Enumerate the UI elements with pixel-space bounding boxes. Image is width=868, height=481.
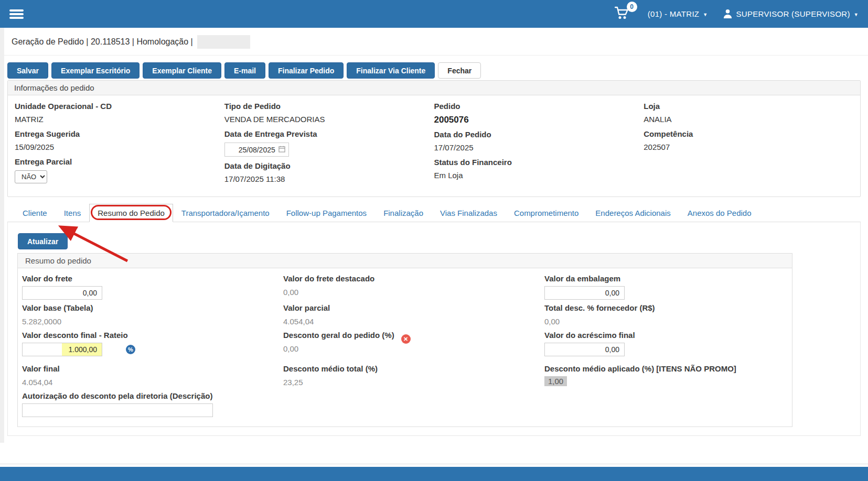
exemplar-escritorio-button[interactable]: Exemplar Escritório [51, 62, 140, 79]
bottom-blue-bar [0, 467, 868, 481]
embalagem-input[interactable] [544, 286, 625, 300]
entrega-parcial-label: Entrega Parcial [15, 157, 224, 166]
order-info-col-2: Tipo de Pedido VENDA DE MERCADORIAS Data… [224, 102, 434, 189]
finalizar-pedido-button[interactable]: Finalizar Pedido [269, 62, 344, 79]
chevron-down-icon: ▼ [703, 12, 708, 17]
percent-icon[interactable]: % [126, 345, 135, 354]
atualizar-button[interactable]: Atualizar [18, 233, 68, 249]
data-pedido-value: 17/07/2025 [434, 143, 644, 152]
redacted-client-name [197, 35, 250, 49]
desconto-medio-total-label: Desconto médio total (%) [283, 364, 544, 373]
order-tabs: Cliente Itens Resumo do Pedido Transport… [7, 204, 861, 222]
desconto-medio-aplicado-label: Desconto médio aplicado (%) [ITENS NÃO P… [544, 364, 788, 373]
tab-enderecos-adicionais[interactable]: Endereços Adicionais [587, 204, 679, 222]
valor-parcial-label: Valor parcial [283, 303, 544, 312]
desconto-medio-total-value: 23,25 [283, 376, 544, 387]
tab-cliente[interactable]: Cliente [14, 204, 56, 222]
resumo-panel-title: Resumo do pedido [18, 254, 792, 268]
tab-content-resumo: Atualizar Resumo do pedido Valor do fret… [7, 222, 861, 436]
left-edge-strip [0, 28, 4, 443]
topbar: 0 (01) - MATRIZ ▼ SUPERVISOR (SUPERVISOR… [0, 0, 868, 28]
loja-label: Loja [644, 102, 853, 111]
resumo-panel: Resumo do pedido Valor do frete Valor do… [17, 253, 792, 427]
valor-base-value: 5.282,0000 [22, 315, 283, 326]
competencia-value: 202507 [644, 143, 853, 151]
tab-anexos-do-pedido[interactable]: Anexos do Pedido [679, 204, 760, 222]
entrega-prevista-input[interactable]: 25/08/2025 [224, 143, 289, 157]
entrega-prevista-label: Data de Entrega Prevista [224, 129, 434, 138]
tab-comprometimento[interactable]: Comprometimento [506, 204, 587, 222]
tab-finalizacao[interactable]: Finalização [375, 204, 432, 222]
total-desc-fornecedor-value: 0,00 [544, 315, 788, 326]
loja-value: ANALIA [644, 115, 853, 124]
acrescimo-label: Valor do acréscimo final [544, 331, 788, 340]
desconto-rateio-label: Valor desconto final - Rateio [22, 331, 283, 340]
embalagem-label: Valor da embalagem [544, 274, 788, 283]
frete-destacado-label: Valor do frete destacado [283, 274, 544, 283]
status-financeiro-value: Em Loja [434, 171, 644, 180]
digitacao-value: 17/07/2025 11:38 [224, 174, 434, 183]
user-menu[interactable]: SUPERVISOR (SUPERVISOR) ▼ [723, 8, 859, 20]
tab-transportadora-icamento[interactable]: Transportadora/Içamento [173, 204, 278, 222]
data-pedido-label: Data do Pedido [434, 130, 644, 139]
valor-final-value: 4.054,04 [22, 376, 283, 387]
tab-resumo-label: Resumo do Pedido [98, 209, 165, 217]
order-info-col-4: Loja ANALIA Competência 202507 [644, 102, 853, 189]
tab-vias-finalizadas[interactable]: Vias Finalizadas [432, 204, 506, 222]
order-info-col-1: Unidade Operacional - CD MATRIZ Entrega … [15, 102, 224, 189]
cart-button[interactable]: 0 [614, 6, 633, 22]
cart-icon [614, 13, 630, 21]
tipo-pedido-value: VENDA DE MERCADORIAS [224, 115, 434, 124]
unidade-label: Unidade Operacional - CD [15, 102, 224, 111]
desconto-geral-label: Desconto geral do pedido (%) [283, 331, 394, 340]
pedido-value: 2005076 [434, 115, 644, 125]
digitacao-label: Data de Digitação [224, 161, 434, 170]
chevron-down-icon: ▼ [854, 12, 859, 17]
tipo-pedido-label: Tipo de Pedido [224, 102, 434, 111]
valor-base-label: Valor base (Tabela) [22, 303, 283, 312]
breadcrumb: Geração de Pedido | 20.118513 | Homologa… [0, 28, 868, 56]
valor-parcial-value: 4.054,04 [283, 315, 544, 326]
entrega-sugerida-value: 15/09/2025 [15, 143, 224, 151]
email-button[interactable]: E-mail [224, 62, 265, 79]
valor-frete-input[interactable] [22, 286, 102, 300]
valor-frete-label: Valor do frete [22, 274, 283, 283]
acrescimo-input[interactable] [544, 343, 625, 356]
action-toolbar: Salvar Exemplar Escritório Exemplar Clie… [7, 62, 861, 79]
salvar-button[interactable]: Salvar [7, 62, 48, 79]
status-financeiro-label: Status do Financeiro [434, 158, 644, 167]
competencia-label: Competência [644, 129, 853, 138]
entrega-prevista-value: 25/08/2025 [239, 146, 275, 154]
frete-destacado-value: 0,00 [283, 286, 544, 297]
desconto-geral-value: 0,00 [283, 343, 544, 353]
user-icon [723, 8, 733, 20]
valor-final-label: Valor final [22, 364, 283, 373]
order-info-col-3: Pedido 2005076 Data do Pedido 17/07/2025… [434, 102, 644, 189]
order-info-panel: Informações do pedido Unidade Operaciona… [7, 80, 861, 197]
cart-count-badge: 0 [627, 2, 637, 12]
order-info-title: Informações do pedido [8, 81, 860, 95]
company-label: (01) - MATRIZ [648, 9, 700, 18]
entrega-sugerida-label: Entrega Sugerida [15, 129, 224, 138]
pedido-label: Pedido [434, 102, 644, 111]
tab-followup-pagamentos[interactable]: Follow-up Pagamentos [278, 204, 375, 222]
autorizacao-label: Autorização do desconto pela diretoria (… [22, 391, 544, 400]
user-label: SUPERVISOR (SUPERVISOR) [736, 9, 850, 18]
exemplar-cliente-button[interactable]: Exemplar Cliente [143, 62, 221, 79]
total-desc-fornecedor-label: Total desc. % fornecedor (R$) [544, 303, 788, 312]
calendar-icon[interactable] [278, 146, 285, 154]
unidade-value: MATRIZ [15, 115, 224, 124]
remove-icon[interactable]: ✕ [401, 334, 411, 344]
entrega-parcial-select[interactable]: NÃO [15, 170, 47, 183]
breadcrumb-text: Geração de Pedido | 20.118513 | Homologa… [12, 37, 193, 47]
tab-resumo-do-pedido[interactable]: Resumo do Pedido [89, 204, 173, 222]
desconto-rateio-input[interactable] [22, 343, 102, 356]
finalizar-via-cliente-button[interactable]: Finalizar Via Cliente [347, 62, 435, 79]
fechar-button[interactable]: Fechar [438, 62, 481, 79]
hamburger-menu-icon[interactable] [9, 9, 24, 19]
company-menu[interactable]: (01) - MATRIZ ▼ [648, 9, 708, 18]
tab-itens[interactable]: Itens [56, 204, 90, 222]
autorizacao-input[interactable] [22, 403, 213, 417]
desconto-medio-aplicado-value: 1,00 [544, 376, 567, 386]
